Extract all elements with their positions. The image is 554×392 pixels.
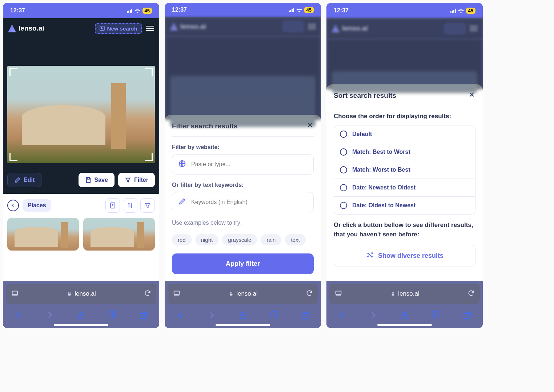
home-indicator[interactable]: [54, 324, 108, 326]
sort-option-label: Match: Worst to Best: [352, 167, 410, 173]
sort-option[interactable]: Date: Newest to Oldest: [334, 179, 475, 197]
website-input[interactable]: [191, 161, 308, 168]
signal-icon: [127, 8, 132, 13]
svg-rect-15: [336, 291, 341, 295]
share-icon[interactable]: [400, 311, 409, 321]
apply-filter-button[interactable]: Apply filter: [172, 253, 314, 274]
filter-keywords-label: Or filter by text keywords:: [172, 182, 314, 188]
svg-rect-14: [302, 313, 307, 319]
status-time: 12:37: [10, 7, 25, 14]
save-icon: [85, 177, 92, 183]
phone-screen-3: 12:37 45 lenso.ai Sort search results Ch…: [326, 3, 483, 328]
tabs-icon[interactable]: [139, 311, 148, 321]
sort-option-label: Date: Newest to Oldest: [352, 184, 416, 191]
home-indicator[interactable]: [377, 324, 432, 326]
tabs-icon[interactable]: [462, 311, 472, 321]
category-tag[interactable]: Places: [23, 199, 51, 212]
edit-icon: [14, 177, 21, 183]
keywords-input-wrap[interactable]: [172, 192, 314, 212]
diverse-prompt: Or click a button bellow to see differen…: [334, 220, 475, 239]
sort-button[interactable]: [123, 198, 137, 213]
sort-option[interactable]: Default: [334, 125, 475, 143]
app-header-blurred: lenso.ai: [326, 18, 483, 39]
result-thumb[interactable]: [7, 218, 79, 251]
home-indicator[interactable]: [216, 324, 270, 326]
globe-icon: [178, 160, 186, 169]
reader-icon[interactable]: [11, 289, 19, 299]
tabs-icon[interactable]: [301, 311, 310, 321]
phone-screen-1: 12:37 45 lenso.ai New search: [3, 3, 159, 328]
brand-name: lenso.ai: [19, 24, 44, 32]
sort-option[interactable]: Match: Best to Worst: [334, 143, 475, 161]
example-chip[interactable]: night: [195, 234, 219, 245]
sort-option[interactable]: Date: Oldest to Newest: [334, 197, 475, 214]
back-icon[interactable]: [337, 311, 347, 321]
lock-icon: [390, 291, 396, 296]
filter-results-button[interactable]: [140, 198, 155, 213]
website-input-wrap[interactable]: [172, 154, 314, 175]
edit-button[interactable]: Edit: [7, 173, 41, 187]
svg-rect-19: [464, 313, 469, 319]
pencil-icon: [178, 197, 186, 207]
result-thumb[interactable]: [83, 218, 155, 251]
safari-address-bar[interactable]: lenso.ai: [6, 284, 156, 304]
lock-icon: [67, 291, 72, 296]
show-diverse-button[interactable]: Show diverse results: [334, 245, 475, 267]
filter-label: Filter: [134, 177, 148, 183]
svg-rect-8: [140, 313, 145, 319]
search-image-preview[interactable]: [7, 66, 155, 163]
bookmarks-icon[interactable]: [431, 311, 441, 321]
status-bar: 12:37 45: [3, 3, 159, 18]
status-time: 12:37: [334, 7, 349, 14]
safari-domain: lenso.ai: [75, 290, 96, 297]
sort-option[interactable]: Match: Worst to Best: [334, 161, 475, 179]
safari-address-bar[interactable]: lenso.ai: [168, 284, 318, 304]
back-icon[interactable]: [14, 310, 23, 322]
new-search-button[interactable]: New search: [95, 23, 142, 34]
example-chip[interactable]: text: [285, 234, 305, 245]
sort-option-label: Match: Best to Worst: [352, 149, 410, 155]
svg-rect-6: [68, 293, 71, 295]
svg-rect-2: [87, 177, 89, 179]
safari-address-bar[interactable]: lenso.ai: [329, 284, 480, 304]
bookmarks-icon[interactable]: [108, 311, 117, 321]
results-section: Places: [3, 194, 159, 281]
reload-icon[interactable]: [144, 289, 151, 298]
back-button[interactable]: [7, 200, 19, 211]
save-button[interactable]: Save: [79, 173, 115, 187]
radio-icon: [340, 166, 347, 173]
status-bar: 12:37 45: [165, 3, 321, 17]
filter-button[interactable]: Filter: [118, 173, 155, 187]
status-time: 12:37: [172, 7, 187, 13]
share-icon[interactable]: [238, 311, 248, 321]
radio-icon: [340, 131, 347, 138]
save-label: Save: [95, 177, 108, 183]
sort-option-label: Date: Oldest to Newest: [352, 202, 416, 209]
bookmarks-icon[interactable]: [269, 311, 279, 321]
reader-icon[interactable]: [173, 289, 181, 299]
action-row: Edit Save Filter: [3, 170, 159, 194]
export-button[interactable]: [105, 198, 120, 213]
back-icon[interactable]: [176, 311, 185, 321]
phone-screen-2: 12:37 45 lenso.ai Filter search results …: [165, 3, 321, 328]
backdrop[interactable]: [165, 36, 321, 120]
battery-badge: 45: [142, 8, 152, 14]
signal-icon: [450, 8, 456, 13]
reload-icon[interactable]: [306, 289, 313, 298]
brand[interactable]: lenso.ai: [8, 24, 44, 32]
share-icon[interactable]: [76, 311, 86, 321]
reload-icon[interactable]: [467, 289, 475, 298]
brand-logo-icon: [8, 24, 16, 32]
reader-icon[interactable]: [334, 289, 342, 299]
backdrop[interactable]: [326, 39, 483, 89]
example-chip[interactable]: grayscale: [222, 234, 257, 245]
new-search-label: New search: [107, 25, 137, 32]
main-content: Edit Save Filter: [3, 39, 159, 194]
menu-icon[interactable]: [146, 26, 154, 31]
forward-icon: [45, 310, 55, 322]
example-chip[interactable]: red: [172, 234, 192, 245]
forward-icon: [207, 311, 216, 321]
example-chip[interactable]: rain: [261, 234, 281, 245]
keywords-input[interactable]: [191, 199, 308, 205]
sort-sheet: Sort search results Choose the order for…: [326, 84, 483, 281]
